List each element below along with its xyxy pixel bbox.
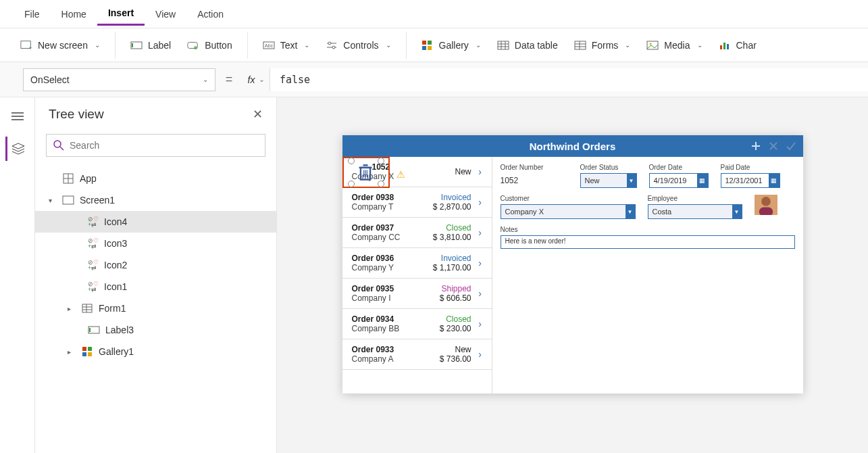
tree-node-icon3[interactable]: ⊘♡+⇄ Icon3: [35, 233, 276, 254]
order-item[interactable]: Order 0937Company CCClosed$ 3,810.00›: [342, 218, 492, 248]
menubar: File Home Insert View Action: [0, 0, 868, 28]
order-title: Order 0938: [352, 193, 426, 202]
tree-view-title: Tree view: [49, 107, 104, 122]
icon-control-icon: ⊘♡+⇄: [88, 281, 99, 292]
tree-node-form1[interactable]: ▸ Form1: [35, 297, 276, 319]
menu-view[interactable]: View: [145, 3, 186, 25]
tree-node-screen1[interactable]: ▾ Screen1: [35, 189, 276, 211]
svg-point-11: [332, 46, 335, 49]
fx-button[interactable]: fx⌄: [242, 74, 270, 85]
close-panel-button[interactable]: ✕: [253, 107, 263, 122]
trash-icon[interactable]: [357, 164, 374, 181]
tree-node-icon2[interactable]: ⊘♡+⇄ Icon2: [35, 254, 276, 276]
warning-icon: ⚠: [397, 169, 405, 180]
order-company: Company I: [352, 293, 426, 303]
left-rail: [0, 97, 35, 453]
order-status: New: [426, 167, 471, 176]
order-title: Order 0934: [352, 314, 426, 324]
tree-search-input[interactable]: [70, 140, 258, 151]
check-icon[interactable]: [786, 141, 796, 151]
order-gallery[interactable]: 1052Company XNew›Order 0938Company TInvo…: [342, 157, 492, 394]
label-button[interactable]: Label: [124, 36, 178, 55]
notes-input[interactable]: Here is a new order!: [501, 235, 795, 249]
label-icon: [130, 40, 143, 51]
cancel-icon[interactable]: [768, 141, 779, 151]
svg-rect-48: [82, 352, 86, 356]
order-status-dropdown[interactable]: New▼: [580, 173, 637, 188]
tree-node-app[interactable]: App: [35, 168, 276, 189]
order-number-label: Order Number: [501, 164, 568, 171]
calendar-icon: ▦: [769, 174, 780, 187]
order-title: Order 0935: [352, 284, 426, 293]
chevron-right-icon: ›: [476, 258, 485, 268]
order-status: Closed: [426, 223, 471, 233]
order-date-input[interactable]: 4/19/2019▦: [649, 173, 709, 188]
svg-rect-29: [727, 44, 729, 49]
order-item[interactable]: Order 0938Company TInvoiced$ 2,870.00›: [342, 187, 492, 218]
gallery-icon: [422, 40, 434, 51]
data-table-button[interactable]: Data table: [490, 36, 565, 55]
icon-control-icon: ⊘♡+⇄: [88, 260, 99, 270]
gallery-button[interactable]: Gallery⌄: [415, 36, 488, 55]
svg-point-34: [54, 141, 61, 147]
chevron-right-icon: ›: [476, 288, 485, 299]
chevron-right-icon: ›: [476, 227, 485, 238]
button-button[interactable]: Button: [180, 36, 238, 55]
customer-dropdown[interactable]: Company X▼: [501, 204, 636, 219]
svg-marker-33: [12, 143, 24, 149]
order-amount: $ 1,170.00: [426, 263, 471, 272]
svg-text:+: +: [29, 45, 32, 51]
tree-node-icon1[interactable]: ⊘♡+⇄ Icon1: [35, 276, 276, 297]
order-company: Company Y: [352, 263, 426, 272]
svg-rect-15: [428, 46, 432, 50]
chevron-right-icon: ›: [476, 318, 485, 329]
hamburger-button[interactable]: [5, 104, 30, 128]
order-item[interactable]: Order 0935Company IShipped$ 606.50›: [342, 279, 492, 309]
menu-file[interactable]: File: [14, 3, 51, 25]
order-status-label: Order Status: [580, 164, 637, 171]
property-dropdown[interactable]: OnSelect ⌄: [23, 68, 215, 91]
order-amount: $ 230.00: [426, 324, 471, 333]
add-icon[interactable]: [750, 141, 761, 151]
svg-rect-40: [82, 304, 92, 312]
controls-button[interactable]: Controls⌄: [319, 36, 397, 55]
tree-view-panel: Tree view ✕ App ▾ Screen1 ⊘♡+⇄ Icon4: [35, 97, 277, 453]
chevron-down-icon: ⌄: [476, 41, 481, 49]
chevron-down-icon: ⌄: [95, 41, 100, 49]
paid-date-input[interactable]: 12/31/2001▦: [721, 173, 780, 188]
new-screen-button[interactable]: + New screen⌄: [14, 36, 107, 55]
tree-node-gallery1[interactable]: ▸ Gallery1: [35, 341, 276, 362]
charts-button[interactable]: Char: [712, 36, 763, 55]
tree-node-label3[interactable]: Label3: [35, 319, 276, 341]
svg-point-5: [194, 45, 197, 49]
search-icon: [53, 140, 64, 151]
icon-control-icon: ⊘♡+⇄: [88, 216, 99, 227]
tree-view-button[interactable]: [5, 137, 30, 161]
order-status: Closed: [426, 314, 471, 324]
order-amount: $ 3,810.00: [426, 233, 471, 242]
order-company: Company T: [352, 202, 426, 212]
text-button[interactable]: Abc Text⌄: [256, 36, 317, 55]
svg-rect-16: [498, 41, 509, 49]
menu-home[interactable]: Home: [51, 3, 97, 25]
order-item[interactable]: Order 0933Company ANew$ 736.00›: [342, 339, 492, 370]
table-icon: [497, 40, 509, 51]
order-item[interactable]: Order 0936Company YInvoiced$ 1,170.00›: [342, 248, 492, 279]
order-title: Order 0933: [352, 345, 426, 354]
formula-bar: OnSelect ⌄ = fx⌄ false: [0, 62, 868, 97]
menu-action[interactable]: Action: [186, 3, 234, 25]
chevron-down-icon: ⌄: [386, 41, 391, 49]
order-item[interactable]: Order 0934Company BBClosed$ 230.00›: [342, 309, 492, 339]
menu-insert[interactable]: Insert: [97, 2, 145, 26]
tree-node-icon4[interactable]: ⊘♡+⇄ Icon4: [35, 211, 276, 233]
svg-rect-46: [82, 347, 86, 351]
hamburger-icon: [11, 112, 24, 121]
tree-search[interactable]: [46, 134, 265, 157]
forms-button[interactable]: Forms⌄: [567, 36, 638, 55]
chevron-down-icon: ▼: [732, 205, 742, 218]
formula-input[interactable]: false: [270, 68, 868, 91]
gallery-icon: [81, 346, 93, 357]
canvas[interactable]: Northwind Orders 1052Company XNew›Order …: [277, 97, 868, 453]
media-button[interactable]: Media⌄: [640, 36, 709, 55]
employee-dropdown[interactable]: Costa▼: [648, 204, 742, 219]
